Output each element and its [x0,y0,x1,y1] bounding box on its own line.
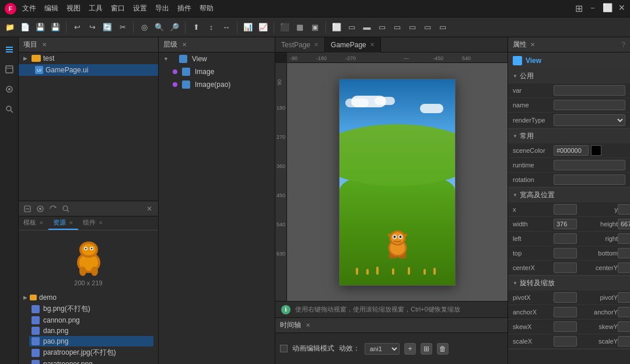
align-v-button[interactable]: ↔ [220,21,233,34]
refresh-button[interactable]: 🔄 [101,21,114,34]
menu-file[interactable]: 文件 [22,4,36,13]
tab-assets[interactable]: 资源 ✕ [48,216,78,230]
layout-btn3[interactable]: ▬ [360,21,373,34]
menu-view[interactable]: 视图 [66,4,80,13]
layout-btn7[interactable]: ▭ [421,21,434,34]
project-panel-close[interactable]: ✕ [42,41,47,48]
anim-delete-button[interactable]: 🗑 [437,343,449,355]
menu-edit[interactable]: 编辑 [44,4,58,13]
props-help-icon[interactable]: ? [621,41,625,49]
align-top-button[interactable]: ⬆ [190,21,202,34]
layout-btn2[interactable]: ▭ [345,21,358,34]
zoom-reset-button[interactable]: ◎ [138,21,150,34]
tree-item-test[interactable]: ▶ test [19,52,158,64]
zoom-out-button[interactable]: 🔎 [168,21,181,34]
scene-panel-toggle[interactable] [2,62,17,77]
menu-tools[interactable]: 工具 [89,4,103,13]
props-input-height[interactable] [618,219,630,229]
props-section-transform-header[interactable]: ▼ 旋转及缩放 [508,276,630,290]
props-input-anchory[interactable] [618,307,630,317]
anim-mode-checkbox[interactable] [280,345,288,352]
chart-button[interactable]: 📊 [242,21,254,34]
file-pao[interactable]: pao.png [29,336,153,346]
props-section-size-header[interactable]: ▼ 宽高及位置 [508,188,630,202]
file-dan[interactable]: dan.png [29,326,153,336]
redo-button[interactable]: ↪ [86,21,99,34]
align-h-button[interactable]: ↕ [205,21,218,34]
menu-help[interactable]: 帮助 [200,4,214,13]
tab-close-components[interactable]: ✕ [99,220,103,226]
layer-image[interactable]: Image [159,65,275,78]
rect-button[interactable]: ⬛ [278,21,291,34]
scene-content[interactable] [287,63,508,301]
tab-close-templates[interactable]: ✕ [39,220,44,226]
tab-close-assets[interactable]: ✕ [69,220,74,226]
tab-components[interactable]: 组件 ✕ [78,216,108,230]
menu-export[interactable]: 导出 [155,4,169,13]
file-paratrooper-jpg[interactable]: paratrooper.jpg(不打包) [29,346,153,359]
props-input-top[interactable] [554,248,577,258]
canvas-tab-gamepage[interactable]: GamePage ✕ [325,37,381,52]
props-rendertype-select[interactable] [554,114,625,126]
asset-view-button[interactable] [35,204,46,214]
props-input-pivoty[interactable] [618,292,630,303]
props-input-centerx[interactable] [554,262,577,273]
props-input-scaley[interactable] [618,336,630,346]
search-panel-toggle[interactable] [2,102,17,117]
props-input-pivotx[interactable] [554,292,577,303]
tab-templates[interactable]: 模板 ✕ [19,216,48,230]
menu-window[interactable]: 窗口 [111,4,125,13]
open-button[interactable]: 📄 [19,21,32,34]
props-input-scalex[interactable] [554,336,577,346]
file-cannon[interactable]: cannon.png [29,315,153,326]
props-input-scenecolor[interactable] [554,145,589,156]
tab-gamepage-close[interactable]: ✕ [370,41,374,48]
chart2-button[interactable]: 📈 [257,21,270,34]
props-section-common-header[interactable]: ▼ 公用 [508,69,630,83]
maximize-button[interactable]: ⬜ [603,3,612,14]
file-paratrooper-png[interactable]: paratrooper.png [29,359,153,364]
props-input-anchorx[interactable] [554,307,577,317]
asset-close-button[interactable]: ✕ [144,204,155,214]
file-bg[interactable]: bg.png(不打包) [29,303,153,315]
layers-panel-close[interactable]: ✕ [182,41,187,48]
anim-add-button[interactable]: + [404,343,416,355]
layer-image-pao[interactable]: Image(pao) [159,78,275,91]
tree-item-gamepage[interactable]: UI GamePage.ui [19,64,158,76]
props-input-centery[interactable] [618,262,630,273]
grid-btn[interactable]: ▦ [293,21,306,34]
layer-view[interactable]: ▼ View [159,52,275,65]
layout-btn5[interactable]: ▭ [391,21,404,34]
asset-search-button[interactable] [61,204,71,214]
layers-panel-toggle[interactable] [2,42,17,57]
layout-btn6[interactable]: ▭ [406,21,419,34]
frame-btn[interactable]: ▣ [309,21,321,34]
layout-btn4[interactable]: ▭ [376,21,388,34]
anim-panel-close[interactable]: ✕ [306,322,310,328]
tab-testpage-close[interactable]: ✕ [314,41,318,48]
props-panel-close[interactable]: ✕ [530,41,535,48]
save-button[interactable]: 💾 [34,21,47,34]
anim-keyframe-button[interactable]: ⊞ [421,343,432,355]
props-input-bottom[interactable] [618,248,630,258]
anim-effect-select[interactable]: ani1 [365,343,400,355]
props-input-skewx[interactable] [554,321,577,332]
undo-button[interactable]: ↩ [71,21,83,34]
layout-btn1[interactable]: ⬜ [330,21,343,34]
props-input-width[interactable] [554,219,577,229]
props-input-x[interactable] [554,204,577,215]
menu-plugins[interactable]: 插件 [177,4,191,13]
props-input-name[interactable] [554,100,625,110]
props-input-left[interactable] [554,233,577,244]
props-input-runtime[interactable] [554,160,625,170]
props-section-common2-header[interactable]: ▼ 常用 [508,129,630,144]
asset-add-button[interactable] [22,204,33,214]
props-input-var[interactable] [554,85,625,96]
canvas-viewport[interactable]: -90 -180 -270 — -450 540 90 180 270 360 … [275,52,508,301]
props-input-skewy[interactable] [618,321,630,332]
new-file-button[interactable]: 📁 [4,21,16,34]
zoom-in-button[interactable]: 🔍 [153,21,166,34]
asset-refresh-button[interactable] [48,204,58,214]
cut-button[interactable]: ✂ [116,21,129,34]
canvas-tab-testpage[interactable]: TestPage ✕ [275,37,325,52]
